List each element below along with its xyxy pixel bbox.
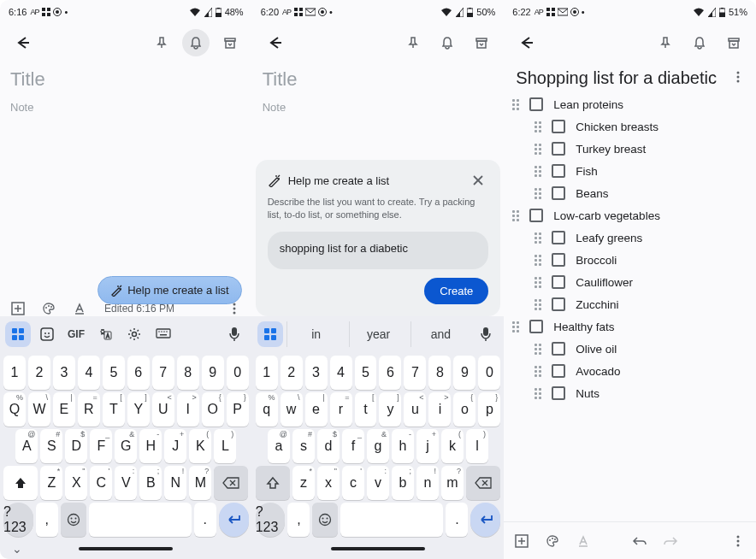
key-v[interactable]: v: [367, 466, 389, 500]
suggestion-1[interactable]: in [286, 321, 346, 347]
comma-key[interactable]: , [287, 503, 310, 537]
gif-button[interactable]: GIF [63, 321, 89, 347]
key-9[interactable]: 9 [202, 356, 224, 390]
help-input[interactable]: shopping list for a diabetic [268, 232, 489, 269]
list-item[interactable]: Chicken breasts [504, 115, 756, 138]
key-2[interactable]: 2 [281, 356, 303, 390]
note-input[interactable]: Note [263, 101, 494, 114]
key-0[interactable]: 0 [478, 356, 500, 390]
space-key[interactable] [340, 503, 443, 537]
more-button[interactable] [225, 299, 244, 318]
list-item[interactable]: Nuts [504, 382, 756, 404]
checkbox[interactable] [529, 97, 543, 111]
shift-key[interactable] [3, 466, 38, 500]
drag-handle-icon[interactable] [535, 299, 541, 310]
reminder-button[interactable] [686, 29, 713, 56]
list-item[interactable]: Zucchini [504, 293, 756, 315]
key-y[interactable]: y] [379, 392, 401, 427]
key-Z[interactable]: Z* [40, 466, 62, 500]
add-box-button[interactable] [9, 299, 27, 318]
note-input[interactable]: Note [10, 101, 242, 114]
keyboard-icon[interactable] [151, 321, 176, 347]
mic-icon[interactable] [221, 321, 247, 347]
key-s[interactable]: s# [292, 429, 315, 463]
key-7[interactable]: 7 [404, 356, 426, 390]
checkbox[interactable] [529, 320, 543, 333]
add-box-button[interactable] [512, 532, 531, 550]
key-X[interactable]: X" [65, 466, 87, 500]
key-T[interactable]: T[ [103, 392, 125, 427]
keyboard-collapse-icon[interactable]: ⌄ [12, 542, 22, 556]
key-3[interactable]: 3 [53, 356, 75, 390]
list-item[interactable]: Beans [504, 182, 756, 204]
checkbox[interactable] [552, 364, 565, 378]
palette-button[interactable] [39, 299, 58, 318]
reminder-button[interactable] [182, 29, 210, 56]
list-item[interactable]: Fish [504, 160, 756, 182]
drag-handle-icon[interactable] [535, 366, 541, 377]
settings-icon[interactable] [121, 321, 147, 347]
comma-key[interactable]: , [36, 503, 58, 537]
checkbox[interactable] [552, 386, 565, 400]
key-c[interactable]: c' [342, 466, 364, 500]
key-W[interactable]: W\ [28, 392, 50, 427]
space-key[interactable] [89, 503, 192, 537]
home-indicator[interactable] [331, 547, 425, 550]
key-Y[interactable]: Y] [127, 392, 150, 427]
key-d[interactable]: d$ [317, 429, 340, 463]
more-button[interactable] [729, 532, 747, 550]
key-h[interactable]: h- [392, 429, 414, 463]
list-item[interactable]: Leafy greens [504, 227, 756, 249]
close-button[interactable] [468, 170, 488, 191]
back-button[interactable] [9, 29, 36, 56]
key-6[interactable]: 6 [379, 356, 401, 390]
key-l[interactable]: l) [466, 429, 488, 463]
key-1[interactable]: 1 [256, 356, 278, 390]
archive-button[interactable] [216, 29, 244, 56]
create-button[interactable]: Create [424, 278, 488, 304]
key-C[interactable]: C' [90, 466, 112, 500]
list-item[interactable]: Cauliflower [504, 271, 756, 293]
drag-handle-icon[interactable] [512, 210, 519, 221]
key-P[interactable]: P} [227, 392, 249, 427]
key-O[interactable]: O{ [202, 392, 224, 427]
key-5[interactable]: 5 [103, 356, 125, 390]
key-G[interactable]: G& [115, 429, 137, 463]
key-x[interactable]: x" [317, 466, 340, 500]
key-Q[interactable]: Q% [3, 392, 26, 427]
home-indicator[interactable] [79, 547, 173, 550]
key-u[interactable]: u< [404, 392, 426, 427]
key-k[interactable]: k( [441, 429, 464, 463]
list-item[interactable]: Olive oil [504, 338, 756, 360]
key-A[interactable]: A@ [15, 429, 38, 463]
drag-handle-icon[interactable] [535, 255, 541, 266]
key-e[interactable]: e| [305, 392, 328, 427]
drag-handle-icon[interactable] [535, 121, 541, 132]
key-f[interactable]: f_ [342, 429, 364, 463]
key-S[interactable]: S# [40, 429, 62, 463]
key-6[interactable]: 6 [127, 356, 150, 390]
key-J[interactable]: J+ [164, 429, 186, 463]
title-input[interactable]: Title [10, 68, 242, 91]
text-format-button[interactable] [70, 299, 89, 318]
key-i[interactable]: i> [428, 392, 451, 427]
key-7[interactable]: 7 [152, 356, 174, 390]
symbols-key[interactable]: ?123 [3, 503, 33, 537]
shift-key[interactable] [256, 466, 290, 500]
more-button[interactable] [729, 68, 747, 86]
suggestion-3[interactable]: and [410, 321, 470, 347]
checkbox[interactable] [552, 253, 565, 267]
key-D[interactable]: D$ [65, 429, 87, 463]
back-button[interactable] [512, 29, 540, 56]
checkbox[interactable] [552, 297, 565, 311]
list-item[interactable]: Turkey breast [504, 138, 756, 160]
pin-button[interactable] [148, 29, 175, 56]
key-E[interactable]: E| [53, 392, 75, 427]
key-N[interactable]: N! [164, 466, 186, 500]
key-L[interactable]: L) [214, 429, 236, 463]
mic-icon[interactable] [473, 321, 499, 347]
enter-key[interactable] [219, 503, 249, 537]
key-o[interactable]: o{ [453, 392, 475, 427]
archive-button[interactable] [468, 29, 495, 56]
keyboard-apps-icon[interactable] [257, 321, 283, 347]
